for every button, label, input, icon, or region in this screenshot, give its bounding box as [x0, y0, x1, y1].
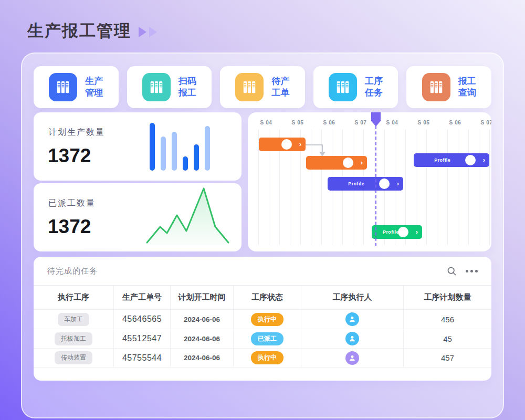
executor-avatar — [345, 332, 359, 345]
gantt-bar-task1[interactable]: › — [259, 138, 306, 151]
process-badge: 车加工 — [58, 313, 89, 326]
timeline-label: S 06 — [449, 120, 461, 125]
bar — [150, 123, 155, 171]
play-arrows-icon — [139, 27, 157, 37]
chevron-right-icon[interactable]: › — [483, 156, 485, 163]
tab-label-line1: 扫码 — [178, 76, 196, 87]
executor-avatar — [345, 351, 359, 365]
chevron-right-icon[interactable]: › — [299, 141, 301, 148]
gantt-bar-label: Profile — [383, 229, 399, 235]
tab-report-query[interactable]: 报工查询 — [406, 66, 491, 108]
mini-bar-chart — [150, 122, 210, 171]
stat-label: 已派工数量 — [48, 198, 96, 209]
more-options-icon[interactable] — [466, 270, 478, 272]
col-header: 工序状态 — [233, 286, 301, 309]
tab-label-line1: 报工 — [458, 76, 476, 87]
bar — [194, 144, 199, 171]
table-row[interactable]: 托板加工 45512547 2024-06-06 已派工 45 — [34, 329, 491, 348]
tab-label: 报工查询 — [458, 76, 476, 99]
start-date: 2024-06-06 — [184, 354, 220, 362]
tab-label: 工序任务 — [365, 76, 383, 99]
col-header: 工序执行人 — [301, 286, 403, 309]
gantt-bar-label: Profile — [434, 158, 450, 163]
assignee-avatar — [465, 155, 476, 165]
timeline-label: S 05 — [292, 120, 304, 125]
gantt-bar-label: Profile — [348, 181, 364, 186]
timeline-label: S 07 — [355, 120, 367, 125]
tab-label: 扫码报工 — [178, 76, 196, 99]
gantt-chart: S 04 S 05 S 06 S 07 S 04 S 05 S 06 S 07 … — [248, 112, 491, 251]
stat-label: 计划生产数量 — [48, 127, 105, 138]
archive-icon — [235, 73, 264, 101]
person-icon — [348, 354, 356, 362]
stat-value: 1372 — [48, 145, 91, 167]
stats-column: 计划生产数量 1372 已派工数量 1372 — [34, 112, 242, 251]
search-icon[interactable] — [446, 266, 457, 277]
timeline-label: S 05 — [418, 120, 430, 125]
main-panel: 生产管理 扫码报工 待产工单 工序任务 报工查询 — [21, 52, 504, 418]
gantt-bar-task5[interactable]: Profile › — [372, 225, 422, 239]
planned-quantity: 456 — [441, 315, 454, 324]
person-icon — [348, 315, 356, 323]
tab-label-line2: 查询 — [458, 87, 476, 99]
table-tools — [446, 266, 478, 277]
status-badge: 执行中 — [251, 351, 284, 364]
col-header: 生产工单号 — [113, 286, 170, 309]
gantt-bar-task4[interactable]: Profile › — [414, 153, 489, 167]
table-row[interactable]: 传动装置 45755544 2024-06-06 执行中 457 — [34, 348, 491, 368]
process-badge: 传动装置 — [55, 351, 92, 364]
archive-icon — [142, 73, 171, 101]
tab-scan-report[interactable]: 扫码报工 — [127, 66, 212, 108]
start-date: 2024-06-06 — [184, 316, 220, 323]
page-header: 生产报工管理 — [27, 20, 157, 42]
planned-quantity: 45 — [443, 334, 452, 343]
chevron-right-icon[interactable]: › — [397, 180, 399, 187]
assignee-avatar — [398, 227, 408, 237]
status-badge: 执行中 — [251, 313, 284, 326]
stat-value: 1372 — [48, 216, 91, 238]
tab-label-line1: 工序 — [365, 76, 383, 87]
tab-label: 待产工单 — [271, 76, 289, 99]
section-title: 待完成的任务 — [47, 266, 98, 276]
order-number: 45646565 — [122, 314, 162, 324]
timeline-label: S 04 — [260, 120, 272, 125]
table-toolbar: 待完成的任务 — [34, 257, 491, 286]
timeline-label: S 06 — [323, 120, 335, 125]
chevron-right-icon[interactable]: › — [416, 228, 418, 235]
tab-pending-work-orders[interactable]: 待产工单 — [220, 66, 305, 108]
order-number: 45512547 — [122, 334, 162, 343]
process-badge: 托板加工 — [55, 332, 92, 345]
gantt-bar-task2[interactable]: › — [306, 156, 367, 170]
table-row[interactable]: 车加工 45646565 2024-06-06 执行中 456 — [34, 309, 491, 329]
page-title: 生产报工管理 — [27, 20, 131, 42]
archive-icon — [49, 73, 77, 101]
chevron-right-icon[interactable]: › — [361, 159, 363, 166]
tab-label-line2: 工单 — [271, 87, 289, 99]
current-time-line — [375, 126, 376, 246]
archive-icon — [422, 73, 450, 101]
timeline-label: S 07 — [481, 120, 491, 125]
bar — [183, 156, 188, 171]
mini-line-chart — [143, 186, 233, 246]
start-date: 2024-06-06 — [184, 335, 220, 343]
bar — [205, 126, 210, 171]
current-time-marker — [371, 112, 381, 127]
play-arrow-icon — [139, 27, 146, 37]
bar — [172, 132, 177, 171]
play-arrow-icon — [149, 27, 157, 37]
tab-label-line2: 任务 — [365, 87, 383, 99]
tab-process-tasks[interactable]: 工序任务 — [313, 66, 398, 108]
gantt-bar-task3[interactable]: Profile › — [328, 177, 403, 191]
dashboard-row: 计划生产数量 1372 已派工数量 1372 — [34, 112, 491, 251]
planned-production-card: 计划生产数量 1372 — [34, 112, 242, 181]
tab-label: 生产管理 — [85, 76, 103, 99]
executor-avatar — [345, 312, 359, 326]
col-header: 工序计划数量 — [403, 286, 491, 309]
bar — [161, 136, 166, 171]
dispatched-quantity-card: 已派工数量 1372 — [34, 183, 242, 251]
timeline-label: S 04 — [386, 120, 398, 125]
tab-label-line1: 生产 — [85, 76, 103, 87]
archive-icon — [329, 73, 357, 101]
col-header: 计划开工时间 — [170, 286, 233, 309]
tab-production-management[interactable]: 生产管理 — [34, 66, 119, 108]
